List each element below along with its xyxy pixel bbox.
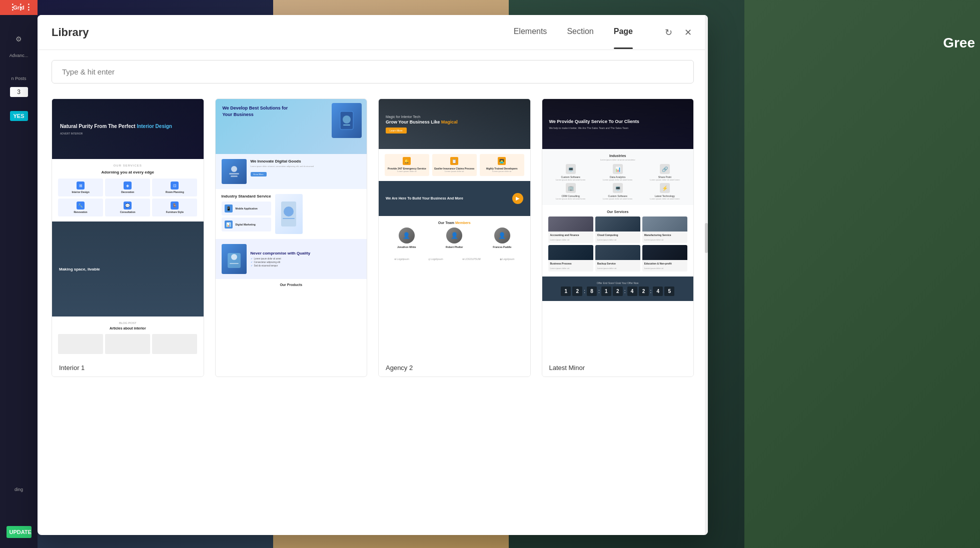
int1-blog-label: BLOG POST [58, 322, 198, 324]
agency-quality: Never compromise with Quality ✓ Lorem ip… [216, 239, 367, 279]
consultation-icon: 💬 [124, 202, 132, 210]
agency-hero: We Develop Best Solutions for Your Busin… [216, 99, 367, 154]
claims-icon: 📋 [450, 157, 458, 165]
it-timer-digits: 1 2 : 8 : 1 2 : 4 2 [561, 286, 674, 296]
int1-services-heading: Adorning you at every edge [58, 170, 198, 174]
yes-button[interactable]: YES [10, 111, 28, 121]
svg-rect-2 [343, 124, 350, 126]
search-input[interactable] [52, 60, 694, 84]
mobile-app-label: Mobile Application [236, 207, 258, 210]
int1-services-grid: ⊞ Interior Design ◈ Decoration ⊡ Room Pl… [58, 178, 198, 216]
grid-label[interactable]: Grid ⋮⋮⋮ [0, 0, 38, 15]
it-industry-1-desc: Lorem ipsum dolor sit amet lorem [548, 178, 593, 181]
it-services: Our Services Accounting and Finance Lore… [542, 205, 694, 276]
int1-service-3-label: Room Planning [166, 190, 184, 194]
agency-hero-text: We Develop Best Solutions for Your Busin… [223, 105, 298, 118]
tab-elements[interactable]: Elements [514, 27, 547, 38]
ag2-member-1-name: Jonathon White [385, 246, 429, 248]
int1-service-4-label: Renovation [74, 210, 87, 214]
ag2-avatar-1: 👤 [399, 228, 415, 244]
template-digital[interactable]: We Develop Best Solutions for Your Busin… [215, 98, 368, 377]
it-services-title: Our Services [548, 210, 688, 214]
grid-dots-icon: ⋮⋮⋮ [9, 2, 33, 12]
it-service-4-img [548, 245, 593, 260]
it-timer-label: Offer End Soon! Grab Your Offer Now [561, 282, 674, 284]
it-digit-1: 1 [561, 286, 571, 296]
ag2-member-2-name: Robert Phelter [433, 246, 477, 248]
ag2-team-grid: 👤 Jonathon White 👤 Robert Phelter [385, 228, 524, 248]
library-modal: Library Elements Section Page ↻ ✕ [38, 15, 708, 535]
ag2-service-3: 👨‍💻 Highly Trained Developers Lorem ipsu… [480, 154, 524, 176]
template-it[interactable]: We Provide Quality Service To Our Client… [542, 98, 694, 377]
ag2-team: Our Team Members 👤 Jonathon White [379, 216, 530, 254]
int1-service-6-label: Furniture Style [166, 210, 184, 214]
tab-section[interactable]: Section [567, 27, 593, 38]
tab-page[interactable]: Page [614, 27, 633, 38]
template-interior1[interactable]: Natural Purity From The Perfect Interior… [52, 98, 204, 377]
it-digit-5: 2 [613, 286, 623, 296]
template-agency2[interactable]: Magic for Interior Tech Grow Your Busine… [378, 98, 531, 377]
templates-grid: Natural Purity From The Perfect Interior… [52, 98, 694, 377]
svg-rect-4 [229, 173, 239, 174]
digital-marketing-label: Digital Marketing [236, 223, 256, 226]
it-service-3-img [642, 216, 687, 232]
it-service-4-label: Business Process [548, 260, 593, 267]
int1-service-1-label: Interior Design [72, 190, 89, 194]
editor-sidebar: Grid ⋮⋮⋮ ⚙ Advanc... n Posts 3 YES ding … [0, 0, 38, 548]
update-button[interactable]: UPDATE [7, 526, 32, 538]
scroll-indicator[interactable] [705, 15, 708, 535]
gear-icon[interactable]: ⚙ [9, 29, 29, 49]
ag2-services-grid: 🔔 Provide 24/7 Emergency Service Lorem i… [385, 154, 524, 176]
innovate-desc: Lorem ipsum dolor sit amet, consectetur … [251, 165, 314, 168]
ag2-hero-eyebrow: Magic for Interior Tech [386, 115, 523, 118]
decoration-icon: ◈ [124, 182, 132, 190]
it-digit-2: 2 [572, 286, 582, 296]
int1-hero-sub: ADVERT INTERIOR [60, 132, 196, 135]
ag2-avatar-2-inner: 👤 [446, 228, 462, 244]
advanced-label: Advanc... [10, 53, 29, 58]
posts-number[interactable]: 3 [10, 87, 28, 97]
template-it-label: Latest Minor [542, 359, 694, 376]
svg-point-7 [284, 206, 294, 216]
it-industry-2-desc: Lorem ipsum dolor sit amet lorem [595, 178, 640, 181]
it-digit-sep-2: : [598, 288, 600, 294]
it-hero-sub: We help to make it better, We Are The Sa… [549, 126, 687, 130]
int1-room-text: Making space, livable [59, 267, 197, 272]
industry-title: Industry Standard Service [222, 194, 271, 198]
custom-software-icon: 💻 [566, 164, 576, 174]
innovate-title: We Innovate Digital Goods [251, 159, 314, 164]
ag2-play-btn[interactable]: ▶ [512, 193, 523, 204]
it-industry-3: 🔗 Share Point Lorem ipsum dolor sit amet… [642, 164, 687, 181]
agency2-content: Magic for Interior Tech Grow Your Busine… [379, 99, 530, 359]
it-industry-6: ⚡ Latest Technology Lorem ipsum dolor si… [642, 183, 687, 200]
refresh-button[interactable]: ↻ [663, 25, 674, 40]
int1-hero-text: Natural Purity From The Perfect Interior… [60, 123, 196, 130]
it-industry-1: 💻 Custom Software Lorem ipsum dolor sit … [548, 164, 593, 181]
it-digit-9: 5 [664, 286, 674, 296]
it-digit-4: 1 [601, 286, 611, 296]
it-hero-text: We Provide Quality Service To Our Client… [549, 118, 687, 125]
it-content: We Provide Quality Service To Our Client… [542, 99, 694, 359]
it-service-5-label: Backup Service [595, 260, 640, 267]
ag2-member-3-name: Frances Paddle [480, 246, 524, 248]
it-service-1-img [548, 216, 593, 232]
int1-service-4: 🔧 Renovation [58, 198, 103, 216]
n-posts-label: n Posts [11, 76, 26, 81]
it-service-3: Manufacturing Service Lorem ipsum dolor … [642, 216, 687, 243]
ag2-hero-btn: Learn More [386, 128, 407, 134]
svg-rect-5 [231, 176, 238, 177]
it-digit-sep-4: : [650, 288, 652, 294]
it-digit-6: 4 [627, 286, 637, 296]
close-button[interactable]: ✕ [682, 25, 694, 40]
digital-content: We Develop Best Solutions for Your Busin… [216, 99, 367, 359]
it-service-5-desc: Lorem ipsum dolor sit [595, 267, 640, 272]
ag2-logo-4: ◉ Logolpsum [500, 258, 515, 260]
it-service-1-label: Accounting and Finance [548, 232, 593, 238]
it-industries-sub: Lorem ipsum dolor sit amet consectetur [548, 158, 688, 161]
ag2-logo-2: ◎ Logolpsum [428, 258, 443, 260]
svg-rect-11 [230, 263, 239, 264]
modal-header: Library Elements Section Page ↻ ✕ [38, 15, 708, 50]
search-wrapper [52, 60, 694, 84]
bg-section-it [744, 0, 980, 548]
it-industry-4-desc: Lorem ipsum dolor sit amet lorem [548, 198, 593, 200]
